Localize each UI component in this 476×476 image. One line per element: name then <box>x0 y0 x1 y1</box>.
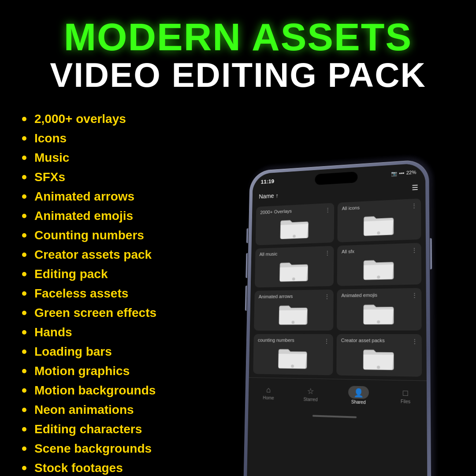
bullet-item: Motion graphics <box>22 364 207 378</box>
nav-item-files[interactable]: □ Files <box>401 388 410 404</box>
folder-icon-container <box>341 299 417 327</box>
folder-menu-icon[interactable]: ⋮ <box>324 249 331 257</box>
phone-wrapper: 11:19 📷 ▪▪▪ 22% Name ↑ ☰ <box>243 159 431 476</box>
grid-view-icon[interactable]: ☰ <box>412 183 418 192</box>
title-line2: VIDEO EDITING PACK <box>22 56 454 94</box>
bullet-dot-icon <box>22 117 26 121</box>
nav-label: Files <box>401 399 410 404</box>
bullet-dot-icon <box>22 408 26 412</box>
bullet-item: Hands <box>22 325 207 339</box>
bullet-dot-icon <box>22 214 26 218</box>
status-icons: 📷 ▪▪▪ 22% <box>391 169 416 176</box>
bullet-dot-icon <box>22 311 26 315</box>
volume-down-button <box>245 286 247 311</box>
folder-item[interactable]: All music ⋮ <box>255 246 334 288</box>
volume-button <box>430 238 432 269</box>
folder-svg-icon <box>278 346 308 370</box>
bullet-text: Counting numbers <box>34 228 144 242</box>
bullet-item: Scene backgrounds <box>22 442 207 456</box>
folder-menu-icon[interactable]: ⋮ <box>324 293 330 300</box>
bullet-dot-icon <box>22 253 26 257</box>
bullet-dot-icon <box>22 175 26 179</box>
content-area: 2,000+ overlaysIconsMusicSFXsAnimated ar… <box>22 108 454 476</box>
instagram-icon: 📷 <box>391 171 397 177</box>
folder-menu-icon[interactable]: ⋮ <box>325 206 331 213</box>
bullet-text: SFXs <box>34 170 65 184</box>
phone-mockup-column: 11:19 📷 ▪▪▪ 22% Name ↑ ☰ <box>216 108 454 476</box>
bullet-item: Counting numbers <box>22 228 207 242</box>
folder-item[interactable]: Creator asset packs ⋮ <box>336 334 422 376</box>
bullet-item: Editing characters <box>22 422 207 436</box>
folder-item[interactable]: All icons ⋮ <box>337 198 421 242</box>
folder-item[interactable]: counting numbers ⋮ <box>253 334 333 375</box>
bullet-text: Scene backgrounds <box>34 442 152 456</box>
bullet-text: 2,000+ overlays <box>34 112 126 126</box>
bullet-dot-icon <box>22 194 26 199</box>
bullet-text: Music <box>34 151 69 165</box>
nav-icon: ⌂ <box>266 386 271 395</box>
folder-svg-icon <box>363 301 394 326</box>
folder-svg-icon <box>363 346 394 371</box>
bullet-dot-icon <box>22 136 26 141</box>
bullet-item: Stock footages <box>22 461 207 475</box>
nav-item-shared[interactable]: 👤 Shared <box>348 386 369 405</box>
bullet-item: Creator assets pack <box>22 248 207 262</box>
bullet-text: Icons <box>34 131 67 145</box>
bottom-nav: ⌂ Home ☆ Starred 👤 Shared □ Files <box>248 377 427 413</box>
bullet-dot-icon <box>22 233 26 238</box>
folder-label: Creator asset packs <box>341 337 417 343</box>
bullet-text: Green screen effects <box>34 306 156 320</box>
bullet-item: Animated arrows <box>22 190 207 204</box>
folder-item[interactable]: Animated emojis ⋮ <box>337 288 422 331</box>
folder-icon-container <box>258 301 329 327</box>
bullet-dot-icon <box>22 350 26 354</box>
folder-label: Animated emojis <box>341 292 416 299</box>
folder-label: Animated arrows <box>259 293 329 300</box>
bullet-text: Stock footages <box>34 461 123 475</box>
folder-menu-icon[interactable]: ⋮ <box>324 337 330 344</box>
nav-item-home[interactable]: ⌂ Home <box>263 385 274 400</box>
folder-svg-icon <box>363 212 394 237</box>
bullet-list: 2,000+ overlaysIconsMusicSFXsAnimated ar… <box>22 112 207 476</box>
folder-svg-icon <box>279 259 309 283</box>
folder-item[interactable]: All sfx ⋮ <box>337 243 421 286</box>
bullet-text: Editing pack <box>34 267 108 281</box>
features-list-column: 2,000+ overlaysIconsMusicSFXsAnimated ar… <box>22 108 207 476</box>
home-indicator <box>312 415 357 418</box>
bullet-item: Icons <box>22 131 207 145</box>
nav-item-starred[interactable]: ☆ Starred <box>303 386 318 402</box>
volume-up-button <box>245 253 248 278</box>
bullet-text: Loading bars <box>34 345 112 359</box>
folder-icon-container <box>341 345 417 373</box>
signal-icon: ▪▪▪ <box>399 170 405 175</box>
nav-icon: ☆ <box>307 386 314 396</box>
folder-icon-container <box>257 345 329 372</box>
bullet-item: Loading bars <box>22 345 207 359</box>
bullet-dot-icon <box>22 427 26 431</box>
bullet-item: Editing pack <box>22 267 207 281</box>
bullet-text: Faceless assets <box>34 286 128 301</box>
header-section: MODERN ASSETS VIDEO EDITING PACK <box>22 18 454 94</box>
bullet-dot-icon <box>22 330 26 335</box>
folder-menu-icon[interactable]: ⋮ <box>411 246 418 254</box>
mute-button <box>246 228 248 243</box>
bullet-text: Creator assets pack <box>34 248 152 262</box>
phone-outer: 11:19 📷 ▪▪▪ 22% Name ↑ ☰ <box>243 159 431 476</box>
folder-menu-icon[interactable]: ⋮ <box>411 292 418 299</box>
bullet-item: Music <box>22 151 207 165</box>
folder-label: All sfx <box>342 246 416 255</box>
bullet-item: SFXs <box>22 170 207 184</box>
phone-screen: 11:19 📷 ▪▪▪ 22% Name ↑ ☰ <box>246 163 428 476</box>
folder-item[interactable]: 2000+ Overlays ⋮ <box>256 203 334 245</box>
folder-menu-icon[interactable]: ⋮ <box>411 202 417 209</box>
folder-menu-icon[interactable]: ⋮ <box>412 338 418 345</box>
folder-item[interactable]: Animated arrows ⋮ <box>254 290 334 331</box>
bullet-text: Motion backgrounds <box>34 383 156 398</box>
bullet-dot-icon <box>22 388 26 393</box>
status-time: 11:19 <box>261 178 275 185</box>
bullet-dot-icon <box>22 156 26 160</box>
bullet-item: 2,000+ overlays <box>22 112 207 126</box>
bullet-item: Green screen effects <box>22 306 207 320</box>
nav-icon: □ <box>403 388 408 398</box>
bullet-text: Neon animations <box>34 403 134 417</box>
